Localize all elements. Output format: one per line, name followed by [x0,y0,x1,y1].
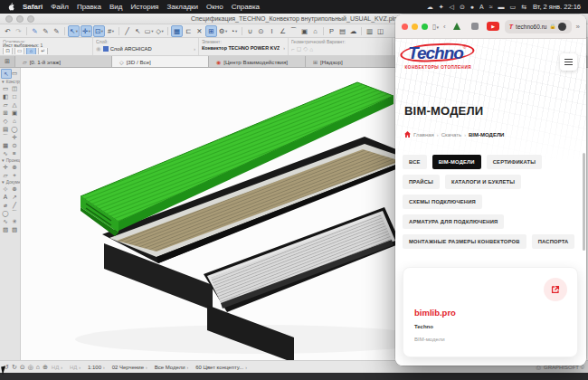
tool-icon[interactable]: ⊹ [1,185,10,193]
guide-line-icon[interactable]: ╱ [122,26,132,36]
tool-icon[interactable]: ✳ [10,217,19,225]
tool-icon[interactable]: ✛ [10,133,19,141]
statusbar-dropdown[interactable]: Все Модели› [155,365,188,370]
default-settings-icon[interactable]: ⊡ [3,48,13,54]
tool-icon[interactable]: ⌒ [1,133,10,141]
view-nav-icon[interactable]: ⊙ [20,364,25,371]
confirm-icon[interactable]: ↵ [38,48,48,54]
home-icon[interactable] [404,131,411,138]
infobar-element[interactable]: Элемент: Конвектор TECHNO POWER KVZ › [199,38,289,55]
screen-record-icon[interactable]: ● [470,4,474,10]
pinned-tab-tree-icon[interactable] [450,21,464,33]
zoom-icon[interactable]: ⊙ [256,26,266,36]
menu-item[interactable]: Файл [51,3,69,11]
tool-icon[interactable]: ▱ [1,171,10,179]
filter-chip[interactable]: СЕРТИФИКАТЫ [487,155,543,169]
external-link-button[interactable] [544,278,567,301]
filter-chip[interactable]: ПРАЙСЫ [403,175,440,189]
tool-icon[interactable]: ▦ [1,141,10,149]
layer-value[interactable]: Слой ARCHICAD [110,46,152,52]
active-app-menu[interactable]: Safari [23,3,43,11]
layer-panel-icon[interactable]: ▤ [337,26,347,36]
teamwork-cloud-icon[interactable]: ☁ [348,26,358,36]
pick-up-parameters-icon[interactable]: ✎ [30,26,40,36]
tool-icon[interactable]: ≡ [10,149,19,157]
undo-icon[interactable]: ↶ [3,26,13,36]
eye-icon[interactable]: ◉ [96,45,101,52]
angle-icon[interactable]: ∠ [278,26,288,36]
filter-chip[interactable]: ПАСПОРТА [532,234,575,249]
magnet-icon[interactable]: ∪ [245,26,255,36]
element-value[interactable]: Конвектор TECHNO POWER KVZ [202,45,280,51]
tool-icon[interactable]: ↗ [10,193,19,201]
volume-icon[interactable]: ◁ [450,4,454,11]
eyedropper-icon[interactable]: ✎ [52,26,62,36]
tool-icon[interactable]: ◧ [1,92,10,100]
tool-icon[interactable]: ▣ [10,109,19,117]
card-title-link[interactable]: bimlib.pro [414,308,456,318]
tool-icon[interactable]: □ [10,92,19,100]
tool-icon[interactable]: ▨ [1,225,10,233]
bimlib-card[interactable]: bimlib.pro Techno BIM-модели [403,267,578,357]
tool-icon[interactable]: ▭ [10,69,19,77]
extension-badge-icon[interactable] [558,23,566,31]
statusbar-dropdown[interactable]: 60 Цвет концепту...› [195,365,247,370]
statusbar-dropdown[interactable]: 1:100› [88,365,105,370]
battery-widget-icon[interactable]: ▬ [498,4,505,10]
inject-parameters-icon[interactable]: ✎ [41,26,51,36]
lock-icon[interactable]: ◇▾ [155,26,165,36]
more-tabs-icon[interactable]: » [576,23,580,31]
arc-icon[interactable]: ⌒ [289,26,299,36]
tool-icon[interactable]: ◫ [10,84,19,92]
sidebar-icon[interactable]: ▯▾ [432,23,439,31]
wifi-icon[interactable]: ≈ [489,4,493,10]
tool-icon[interactable]: ⌒ [10,209,19,217]
filter-chip[interactable]: АРМАТУРА ДЛЯ ПОДКЛЮЧЕНИЯ [403,214,504,229]
menu-item[interactable]: Вид [109,3,122,11]
grid-snap-toggle-icon[interactable]: ⊞ [205,25,217,37]
autosave-icon[interactable]: ◔▾ [229,26,239,36]
statusbar-dropdown[interactable]: НД› [70,365,81,370]
scrollbar[interactable] [583,153,585,251]
minimize-button[interactable] [412,24,418,30]
tab-overview-icon[interactable]: ⊞ [0,56,15,67]
view-nav-icon[interactable]: ↻ [12,364,17,371]
redo-icon[interactable]: ↷ [14,26,24,36]
tool-icon[interactable]: ⌀ [1,201,10,209]
tool-icon[interactable]: ∿ [1,217,10,225]
tool-icon[interactable]: ◇ [1,117,10,125]
tool-icon[interactable]: A [1,193,10,201]
breadcrumb-home[interactable]: Главная [413,132,434,138]
tool-icon[interactable]: ╱ [10,201,19,209]
filter-chip[interactable]: МОНТАЖНЫЕ РАЗМЕРЫ КОНВЕКТОРОВ [403,234,526,249]
menu-item[interactable]: Закладки [166,3,198,11]
menu-hamburger-icon[interactable] [560,53,577,71]
menu-item[interactable]: История [130,3,158,11]
menu-item[interactable]: Справка [232,3,260,11]
grid-display-icon[interactable]: ▦ [171,25,183,37]
display-icon[interactable]: ✦ [439,4,444,11]
view-tab[interactable]: ⊞[Надзор] [306,56,403,67]
menu-item[interactable]: Правка [77,3,101,11]
back-icon[interactable]: ‹ [443,23,446,31]
tool-icon[interactable]: ✛ [1,163,10,171]
arrow-select-icon[interactable]: ↖▾ [68,25,80,37]
zoom-button[interactable] [422,24,428,30]
filter-chip[interactable]: СХЕМЫ ПОДКЛЮЧЕНИЯ [403,195,482,209]
battery-icon[interactable]: ▭ [510,4,517,11]
view-tab[interactable]: ◉[Центр Взаимодействия] [209,56,306,67]
snap-point-icon[interactable]: ⊡▾ [93,25,105,37]
infobar-layer[interactable]: Слой: ◉ Слой ARCHICAD › [93,38,199,55]
pen-set-icon[interactable]: P [327,26,337,36]
tool-icon[interactable]: ⌂ [10,117,19,125]
cursor-tool-icon[interactable]: ↖ [133,26,143,36]
statusbar-dropdown[interactable]: НД› [52,365,62,370]
view-nav-icon[interactable]: ⊕ [43,364,48,371]
home-view-icon[interactable]: ⌂ [310,26,320,36]
panel-left-icon[interactable]: ▥ [365,26,375,36]
gravity-icon[interactable]: I [267,26,277,36]
filter-chip[interactable]: ВСЕ [403,155,427,169]
pinned-tab-gray-icon[interactable] [469,21,482,33]
icloud-icon[interactable]: ☁ [427,4,433,11]
tool-icon[interactable]: ◯ [10,125,19,133]
